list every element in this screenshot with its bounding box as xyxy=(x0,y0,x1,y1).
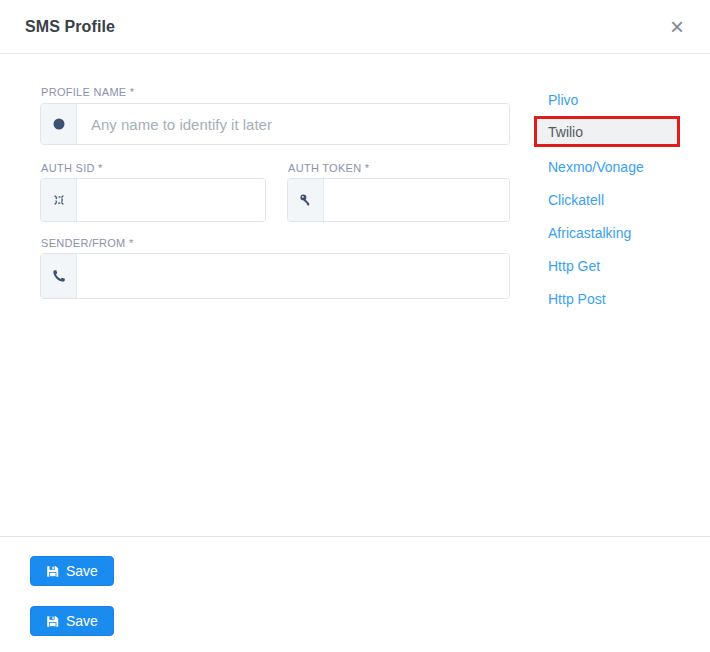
auth-token-label: AUTH TOKEN * xyxy=(288,162,369,174)
save-button-label: Save xyxy=(66,613,98,629)
profile-name-input[interactable] xyxy=(77,104,509,144)
sms-profile-modal: SMS Profile × PROFILE NAME * AUTH SID * … xyxy=(0,0,710,652)
auth-sid-label: AUTH SID * xyxy=(41,162,103,174)
provider-link-http-get[interactable]: Http Get xyxy=(548,258,600,274)
auth-sid-input[interactable] xyxy=(77,179,265,221)
provider-selected-label: Twilio xyxy=(537,124,583,140)
sender-from-group xyxy=(40,253,510,299)
modal-title: SMS Profile xyxy=(25,0,115,53)
save-button-secondary[interactable]: Save xyxy=(30,606,114,636)
provider-link-twilio-selected[interactable]: Twilio xyxy=(534,116,680,147)
filled-circle-icon xyxy=(41,104,77,144)
sid-scan-icon xyxy=(41,179,77,221)
sender-from-label: SENDER/FROM * xyxy=(41,237,134,249)
sender-from-input[interactable] xyxy=(77,254,509,298)
key-icon xyxy=(288,179,324,221)
provider-link-clickatell[interactable]: Clickatell xyxy=(548,192,604,208)
provider-link-plivo[interactable]: Plivo xyxy=(548,92,578,108)
phone-icon xyxy=(41,254,77,298)
footer-divider xyxy=(0,536,710,537)
floppy-disk-icon xyxy=(46,615,59,628)
save-button[interactable]: Save xyxy=(30,556,114,586)
provider-link-nexmo-vonage[interactable]: Nexmo/Vonage xyxy=(548,159,644,175)
auth-sid-group xyxy=(40,178,266,222)
auth-token-group xyxy=(287,178,510,222)
provider-link-africastalking[interactable]: Africastalking xyxy=(548,225,631,241)
provider-link-http-post[interactable]: Http Post xyxy=(548,291,606,307)
profile-name-label: PROFILE NAME * xyxy=(41,86,134,98)
profile-name-group xyxy=(40,103,510,145)
close-icon[interactable]: × xyxy=(664,14,690,40)
modal-header: SMS Profile × xyxy=(0,0,710,54)
save-button-label: Save xyxy=(66,563,98,579)
floppy-disk-icon xyxy=(46,565,59,578)
auth-token-input[interactable] xyxy=(324,179,509,221)
